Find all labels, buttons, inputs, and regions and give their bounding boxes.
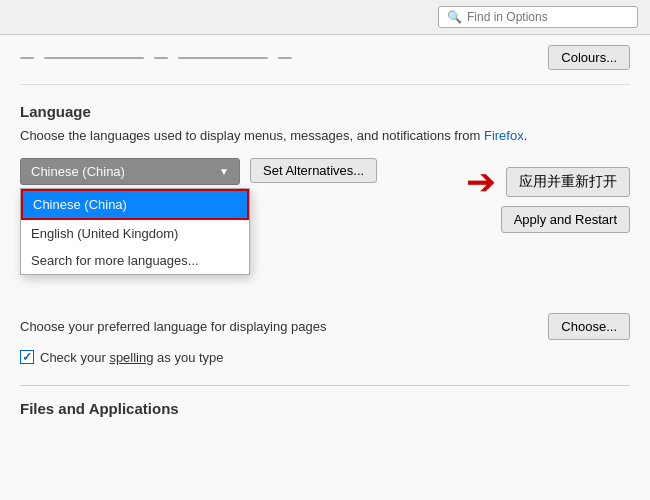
language-dropdown-wrapper: Chinese (China) ▼ Chinese (China) Englis… [20,158,240,185]
slider-bar-1[interactable] [44,57,144,59]
choose-button[interactable]: Choose... [548,313,630,340]
spellcheck-text-underline: spelling [109,350,153,365]
dropdown-item-chinese-china[interactable]: Chinese (China) [21,189,249,220]
search-icon: 🔍 [447,10,462,24]
files-applications-heading: Files and Applications [20,385,630,417]
chinese-apply-button[interactable]: 应用并重新打开 [506,167,630,197]
slider-dash-2 [154,57,168,59]
slider-dash-3 [278,57,292,59]
spellcheck-label: Check your spelling as you type [40,350,224,365]
right-arrow-icon: ➔ [466,164,496,200]
search-box[interactable]: 🔍 [438,6,638,28]
spellcheck-text-end: as you type [153,350,223,365]
set-alternatives-button[interactable]: Set Alternatives... [250,158,377,183]
selected-language-label: Chinese (China) [31,164,125,179]
pages-language-text: Choose your preferred language for displ… [20,319,326,334]
spellcheck-text-start: Check your [40,350,109,365]
firefox-link[interactable]: Firefox [484,128,524,143]
colours-button[interactable]: Colours... [548,45,630,70]
language-dropdown-button[interactable]: Chinese (China) ▼ [20,158,240,185]
search-input[interactable] [467,10,629,24]
lang-controls-row: Chinese (China) ▼ Chinese (China) Englis… [20,158,630,233]
main-content: Colours... Language Choose the languages… [0,35,650,437]
slider-bar-2[interactable] [178,57,268,59]
language-section: Language Choose the languages used to di… [20,85,630,365]
pages-lang-row: Choose your preferred language for displ… [20,313,630,340]
apply-area: ➔ 应用并重新打开 [466,164,630,200]
sliders-area [20,57,548,59]
dropdown-arrow-icon: ▼ [219,166,229,177]
top-section: Colours... [20,35,630,85]
language-desc-start: Choose the languages used to display men… [20,128,484,143]
spellcheck-checkbox[interactable]: ✓ [20,350,34,364]
dropdown-item-search-more[interactable]: Search for more languages... [21,247,249,274]
dropdown-item-english-uk[interactable]: English (United Kingdom) [21,220,249,247]
language-title: Language [20,103,630,120]
header-bar: 🔍 [0,0,650,35]
language-desc-end: . [524,128,528,143]
language-dropdown-menu: Chinese (China) English (United Kingdom)… [20,188,250,275]
language-description: Choose the languages used to display men… [20,126,630,146]
spellcheck-row: ✓ Check your spelling as you type [20,350,630,365]
right-buttons-area: ➔ 应用并重新打开 Apply and Restart [466,158,630,233]
slider-dash-1 [20,57,34,59]
apply-restart-button[interactable]: Apply and Restart [501,206,630,233]
checkmark-icon: ✓ [22,350,32,364]
